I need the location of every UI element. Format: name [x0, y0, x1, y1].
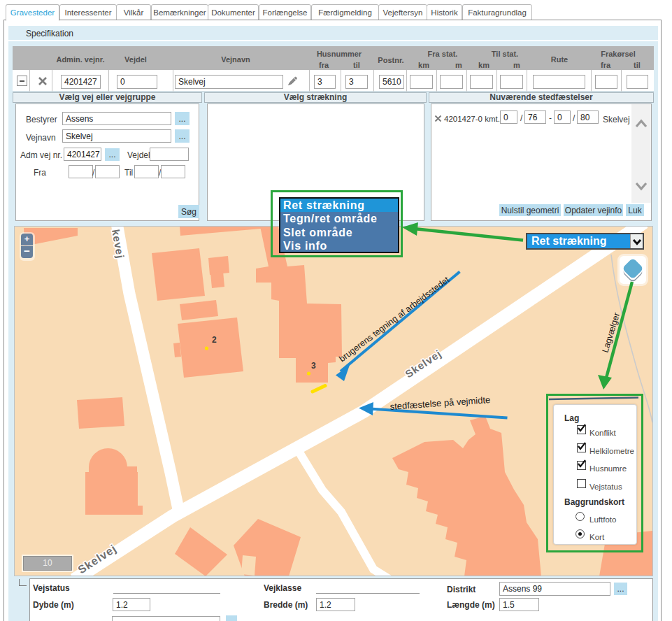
svg-text:3: 3 [311, 361, 316, 371]
svg-text:2: 2 [212, 335, 217, 345]
